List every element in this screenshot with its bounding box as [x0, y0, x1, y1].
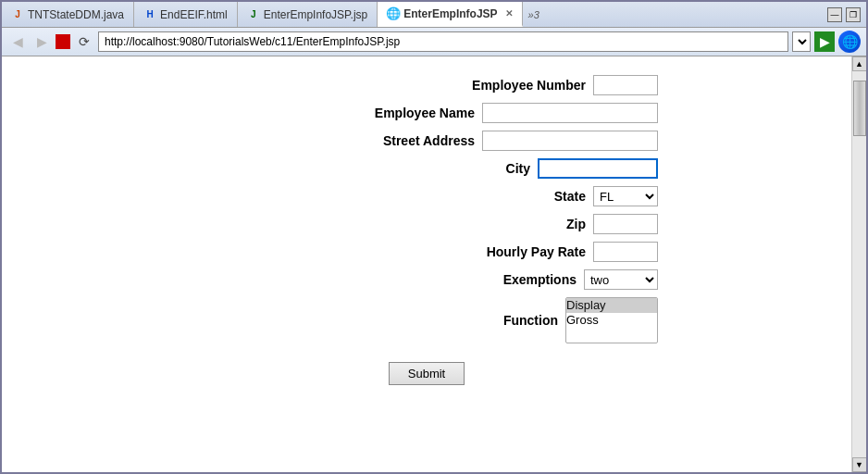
window-controls: — ❐: [822, 2, 866, 27]
state-label: State: [438, 189, 586, 204]
state-select[interactable]: FL AL GA SC NC TN: [593, 186, 658, 206]
zip-row: Zip: [195, 214, 658, 234]
java-icon: J: [11, 8, 24, 21]
tab-enterempinfojsp-active-label: EnterEmpInfoJSP: [403, 7, 497, 20]
street-address-input[interactable]: [482, 131, 658, 151]
employee-number-input[interactable]: [593, 75, 658, 95]
page-content: Employee Number Employee Name Street Add…: [2, 56, 851, 472]
back-button[interactable]: ◀: [7, 31, 28, 52]
refresh-button[interactable]: ⟳: [74, 31, 94, 52]
minimize-button[interactable]: —: [827, 7, 842, 22]
city-input[interactable]: [538, 158, 658, 179]
tab-endeeif[interactable]: H EndEEIF.html: [134, 2, 238, 27]
forward-button[interactable]: ▶: [31, 31, 52, 52]
overflow-tabs[interactable]: »3: [523, 2, 545, 27]
submit-row: Submit: [195, 362, 658, 385]
employee-number-row: Employee Number: [195, 75, 658, 95]
tab-endeeif-label: EndEEIF.html: [160, 8, 228, 21]
function-row: Function Display Gross: [195, 297, 658, 343]
scrollbar-track: [852, 71, 866, 457]
html-icon: H: [143, 8, 156, 21]
tab-tntstateddm[interactable]: J TNTStateDDM.java: [2, 2, 134, 27]
go-arrow-icon: ▶: [820, 34, 830, 49]
browser-logo-icon: 🌐: [838, 31, 861, 53]
scroll-up-button[interactable]: ▲: [852, 56, 867, 71]
browser-window: J TNTStateDDM.java H EndEEIF.html J Ente…: [0, 0, 868, 474]
scroll-down-button[interactable]: ▼: [852, 457, 867, 472]
title-bar-spacer: [545, 2, 822, 27]
exemptions-row: Exemptions zero one two three four: [195, 269, 658, 290]
function-label: Function: [410, 313, 558, 328]
toolbar: ◀ ▶ ⟳ ▶ 🌐: [2, 28, 866, 56]
hourly-pay-rate-label: Hourly Pay Rate: [438, 244, 586, 259]
function-option-display[interactable]: Display: [566, 298, 657, 313]
employee-name-label: Employee Name: [327, 106, 475, 120]
tab-enterempinfojsp-jsp[interactable]: J EnterEmpInfoJSP.jsp: [238, 2, 378, 27]
stop-button[interactable]: [56, 34, 70, 49]
title-bar: J TNTStateDDM.java H EndEEIF.html J Ente…: [2, 2, 866, 28]
state-row: State FL AL GA SC NC TN: [195, 186, 658, 206]
globe-icon: 🌐: [387, 7, 400, 20]
scrollbar: ▲ ▼: [851, 56, 866, 472]
go-button[interactable]: ▶: [814, 31, 835, 52]
jsp-icon: J: [247, 8, 260, 21]
hourly-pay-rate-input[interactable]: [593, 242, 658, 262]
street-address-label: Street Address: [327, 133, 475, 148]
street-address-row: Street Address: [195, 131, 658, 151]
exemptions-select[interactable]: zero one two three four: [584, 269, 658, 290]
employee-name-input[interactable]: [482, 103, 658, 123]
zip-label: Zip: [438, 217, 586, 231]
tab-close-button[interactable]: ✕: [505, 8, 513, 19]
city-label: City: [382, 161, 530, 176]
overflow-count: 3: [534, 9, 539, 20]
exemptions-label: Exemptions: [428, 272, 577, 287]
employee-name-row: Employee Name: [195, 103, 658, 123]
function-listbox[interactable]: Display Gross: [565, 297, 658, 343]
function-option-gross[interactable]: Gross: [566, 313, 657, 328]
tab-enterempinfojsp-active[interactable]: 🌐 EnterEmpInfoJSP ✕: [378, 2, 522, 27]
tab-tntstateddm-label: TNTStateDDM.java: [28, 8, 124, 21]
address-dropdown[interactable]: [792, 31, 811, 52]
scrollbar-thumb[interactable]: [853, 81, 866, 136]
submit-button[interactable]: Submit: [389, 362, 465, 385]
employee-number-label: Employee Number: [438, 78, 586, 93]
content-area: Employee Number Employee Name Street Add…: [2, 56, 866, 472]
tab-enterempinfojsp-jsp-label: EnterEmpInfoJSP.jsp: [264, 8, 368, 21]
city-row: City: [195, 158, 658, 179]
restore-button[interactable]: ❐: [846, 7, 861, 22]
address-bar[interactable]: [98, 31, 788, 52]
employee-form: Employee Number Employee Name Street Add…: [195, 75, 658, 385]
zip-input[interactable]: [593, 214, 658, 234]
hourly-pay-rate-row: Hourly Pay Rate: [195, 242, 658, 262]
